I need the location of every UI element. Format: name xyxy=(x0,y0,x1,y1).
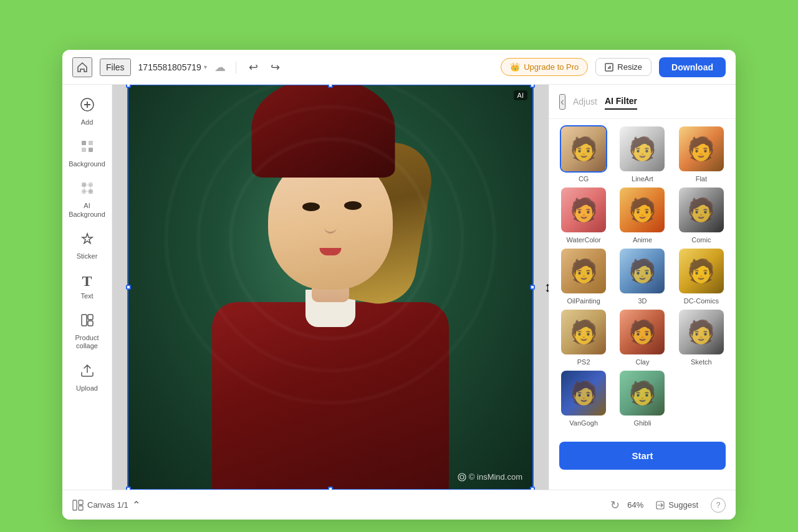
filter-item-flat[interactable]: 🧑Flat xyxy=(675,126,728,183)
right-panel: ‹ Adjust AI Filter 🧑CG🧑LineArt🧑Flat🧑Wate… xyxy=(549,85,736,490)
filter-label-sketch: Sketch xyxy=(691,358,712,366)
filter-label-clay: Clay xyxy=(635,358,649,366)
filter-label-ps2: PS2 xyxy=(577,358,590,366)
tab-ai-filter[interactable]: AI Filter xyxy=(605,93,637,110)
start-button[interactable]: Start xyxy=(559,442,726,470)
crown-icon: 👑 xyxy=(510,62,520,72)
filter-thumb-vangogh: 🧑 xyxy=(561,371,606,416)
resize-button[interactable]: Resize xyxy=(595,58,651,76)
svg-point-22 xyxy=(460,475,464,479)
header: Files 1715581805719 ▾ ☁ ↩ ↪ 👑 Upgrade to… xyxy=(62,50,736,85)
sidebar-item-product-collage-label: Product collage xyxy=(68,334,107,350)
filename-display[interactable]: 1715581805719 ▾ xyxy=(138,62,207,72)
cursor-indicator: ↕ xyxy=(544,279,549,295)
filter-label-vangogh: VanGogh xyxy=(569,419,598,427)
cloud-icon[interactable]: ☁ xyxy=(214,60,226,74)
filter-item-anime[interactable]: 🧑Anime xyxy=(615,188,669,244)
svg-rect-9 xyxy=(89,189,93,194)
filename-chevron: ▾ xyxy=(204,64,207,70)
suggest-button[interactable]: Suggest xyxy=(651,498,703,512)
app-window: Files 1715581805719 ▾ ☁ ↩ ↪ 👑 Upgrade to… xyxy=(62,50,736,520)
sidebar-item-ai-background-label: AI Background xyxy=(68,202,107,218)
undo-button[interactable]: ↩ xyxy=(246,58,261,77)
filter-item-sketch[interactable]: 🧑Sketch xyxy=(675,310,728,366)
bottom-bar: Canvas 1/1 ⌃ ↻ 64% Suggest ? xyxy=(62,490,736,520)
ai-badge: AI xyxy=(514,90,527,100)
filter-thumb-watercolor: 🧑 xyxy=(561,188,606,232)
files-button[interactable]: Files xyxy=(100,59,131,76)
filter-item-vangogh[interactable]: 🧑VanGogh xyxy=(557,371,610,427)
filter-thumb-ghibli: 🧑 xyxy=(620,371,665,416)
sidebar-item-sticker-label: Sticker xyxy=(77,252,98,260)
sidebar-item-add[interactable]: Add xyxy=(65,92,109,131)
watermark: © insMind.com xyxy=(458,472,522,482)
filter-item-comic[interactable]: 🧑Comic xyxy=(675,188,728,244)
canvas-image[interactable]: AI © insMind.com xyxy=(128,85,532,489)
filter-thumb-anime: 🧑 xyxy=(620,188,665,232)
tab-adjust[interactable]: Adjust xyxy=(573,94,597,109)
filter-thumb-clay: 🧑 xyxy=(620,310,665,354)
filter-item-3d[interactable]: 🧑3D xyxy=(615,249,669,305)
refresh-button[interactable]: ↻ xyxy=(610,498,620,512)
filter-label-lineart: LineArt xyxy=(632,175,653,183)
sidebar-item-add-label: Add xyxy=(81,118,94,126)
filter-thumb-comic: 🧑 xyxy=(679,188,724,232)
text-icon: T xyxy=(82,273,92,290)
filter-label-oilpainting: OilPainting xyxy=(567,297,600,305)
filter-item-dc-comics[interactable]: 🧑DC-Comics xyxy=(675,249,728,305)
filter-thumb-lineart: 🧑 xyxy=(620,126,665,171)
sidebar-item-background-label: Background xyxy=(69,160,105,168)
sidebar-item-text[interactable]: T Text xyxy=(65,268,109,305)
filter-label-ghibli: Ghibli xyxy=(633,419,651,427)
main-content: Add Background xyxy=(62,85,736,490)
sidebar-item-product-collage[interactable]: Product collage xyxy=(65,308,109,355)
svg-rect-8 xyxy=(82,189,86,194)
filter-grid: 🧑CG🧑LineArt🧑Flat🧑WaterColor🧑Anime🧑Comic🧑… xyxy=(549,119,736,434)
filter-item-cg[interactable]: 🧑CG xyxy=(557,126,610,183)
svg-rect-5 xyxy=(89,148,93,152)
left-sidebar: Add Background xyxy=(62,85,112,490)
filter-thumb-ps2: 🧑 xyxy=(561,310,606,354)
canvas-expand-icon[interactable]: ⌃ xyxy=(132,499,140,511)
ai-background-icon xyxy=(80,181,95,199)
svg-rect-3 xyxy=(89,141,93,145)
filter-item-lineart[interactable]: 🧑LineArt xyxy=(615,126,669,183)
download-button[interactable]: Download xyxy=(659,57,726,77)
sidebar-item-ai-background[interactable]: AI Background xyxy=(65,176,109,223)
canvas-container[interactable]: New xyxy=(128,85,532,489)
home-button[interactable] xyxy=(72,57,92,77)
sidebar-item-sticker[interactable]: Sticker xyxy=(65,226,109,265)
sticker-icon xyxy=(80,231,95,250)
redo-button[interactable]: ↪ xyxy=(268,58,282,77)
svg-rect-7 xyxy=(89,183,93,187)
upgrade-to-pro-button[interactable]: 👑 Upgrade to Pro xyxy=(501,58,588,76)
filter-thumb-flat: 🧑 xyxy=(679,126,724,171)
canvas-area[interactable]: New xyxy=(112,85,549,490)
canvas-label: Canvas 1/1 ⌃ xyxy=(72,499,140,511)
filter-label-cg: CG xyxy=(579,175,589,183)
filter-item-ps2[interactable]: 🧑PS2 xyxy=(557,310,610,366)
svg-rect-23 xyxy=(73,500,77,510)
filter-item-clay[interactable]: 🧑Clay xyxy=(615,310,669,366)
filter-thumb-sketch: 🧑 xyxy=(679,310,724,354)
panel-back-button[interactable]: ‹ xyxy=(559,94,565,110)
svg-rect-15 xyxy=(88,315,93,320)
svg-rect-24 xyxy=(79,500,83,505)
zoom-level: 64% xyxy=(627,500,643,510)
product-collage-icon xyxy=(80,313,95,331)
filter-item-oilpainting[interactable]: 🧑OilPainting xyxy=(557,249,610,305)
svg-rect-16 xyxy=(88,321,93,326)
canvas-label-text: Canvas 1/1 xyxy=(87,500,128,510)
filter-thumb-dc-comics: 🧑 xyxy=(679,249,724,293)
sidebar-item-upload[interactable]: Upload xyxy=(65,358,109,397)
filter-thumb-cg: 🧑 xyxy=(561,126,606,171)
filter-item-watercolor[interactable]: 🧑WaterColor xyxy=(557,188,610,244)
canvas-swirl xyxy=(128,85,532,489)
filter-label-3d: 3D xyxy=(638,297,647,305)
sidebar-item-background[interactable]: Background xyxy=(65,134,109,173)
svg-rect-4 xyxy=(82,148,86,152)
sidebar-item-upload-label: Upload xyxy=(76,384,98,392)
filter-label-watercolor: WaterColor xyxy=(567,236,601,244)
filter-item-ghibli[interactable]: 🧑Ghibli xyxy=(615,371,669,427)
help-button[interactable]: ? xyxy=(711,498,726,513)
